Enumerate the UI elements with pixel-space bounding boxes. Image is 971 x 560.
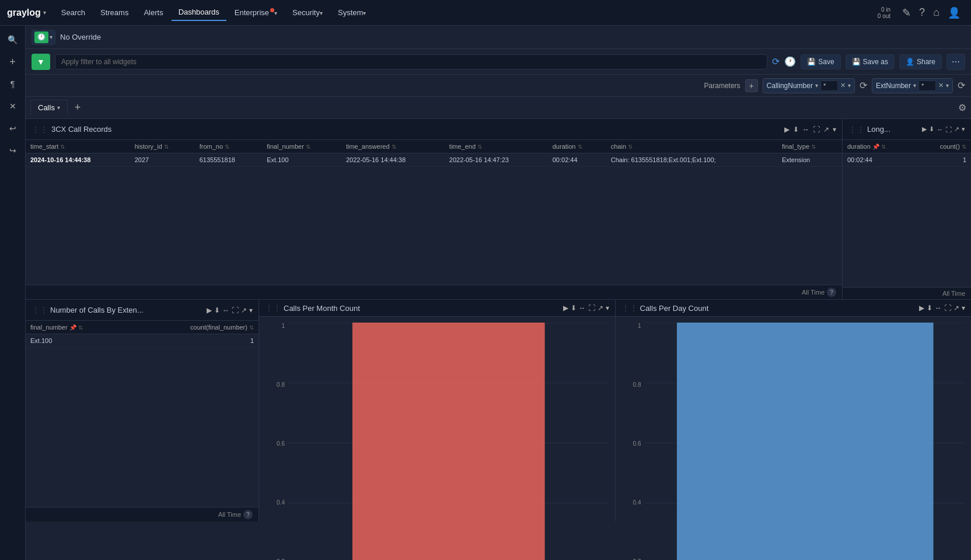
filter-history-icon[interactable]: 🕐 bbox=[784, 56, 796, 67]
save-as-button[interactable]: 💾 Save as bbox=[846, 54, 895, 69]
widget-per-day: ⋮⋮ Calls Per Day Count ▶ ⬇ ↔ ⛶ ↗ ▾ 1 0.8… bbox=[616, 300, 972, 522]
param2-dropdown-icon[interactable]: ▾ bbox=[913, 82, 916, 89]
footer-help-icon[interactable]: ? bbox=[827, 288, 836, 297]
filter-refresh-icon[interactable]: ⟳ bbox=[772, 56, 780, 67]
home-icon[interactable]: ⌂ bbox=[933, 6, 939, 19]
secondary-bar: 🕐 ▾ No Override bbox=[26, 26, 971, 49]
widget-day-fullscreen-icon[interactable]: ⛶ bbox=[944, 304, 951, 312]
widget-day-expand-icon[interactable]: ↔ bbox=[935, 304, 942, 312]
logo[interactable]: graylog ▾ bbox=[7, 8, 46, 18]
cell-ext-final: Ext.100 bbox=[26, 334, 132, 348]
cell-duration: 00:02:44 bbox=[548, 153, 606, 167]
widget-long-external-icon[interactable]: ↗ bbox=[954, 125, 959, 133]
no-override-label: No Override bbox=[60, 33, 101, 41]
param1-name: CallingNumber bbox=[767, 82, 813, 90]
widget-ext-external-icon[interactable]: ↗ bbox=[241, 306, 247, 314]
widget-more-icon[interactable]: ▾ bbox=[833, 125, 836, 134]
param2-x-icon[interactable]: ✕ bbox=[938, 82, 944, 89]
widget-ext-download-icon[interactable]: ⬇ bbox=[214, 306, 220, 314]
widget-long-expand-icon[interactable]: ↔ bbox=[937, 126, 943, 133]
widget-fullscreen-icon[interactable]: ⛶ bbox=[813, 125, 820, 134]
time-toggle[interactable]: 🕐 ▾ bbox=[32, 30, 55, 45]
col-duration: duration ⇅ bbox=[548, 140, 606, 153]
share-button[interactable]: 👤 Share bbox=[899, 54, 942, 69]
param2-refresh-icon[interactable]: ⟳ bbox=[958, 80, 965, 91]
widget-download-icon[interactable]: ⬇ bbox=[793, 125, 799, 134]
nav-streams[interactable]: Streams bbox=[93, 5, 135, 20]
save-as-icon: 💾 bbox=[852, 58, 861, 66]
param1-dropdown-icon[interactable]: ▾ bbox=[815, 82, 818, 89]
nav-security[interactable]: Security▾ bbox=[285, 5, 330, 20]
sidebar-plus-icon[interactable]: + bbox=[4, 52, 22, 71]
nav-enterprise[interactable]: Enterprise▾ bbox=[228, 5, 284, 20]
ext-footer-help-icon[interactable]: ? bbox=[243, 510, 253, 519]
filter-input[interactable] bbox=[55, 54, 767, 69]
sidebar-x-icon[interactable]: ✕ bbox=[4, 97, 22, 116]
widget-ext-more-icon[interactable]: ▾ bbox=[249, 306, 253, 314]
widget-ext-drag-icon: ⋮⋮ bbox=[32, 306, 48, 315]
widget-month-play-icon[interactable]: ▶ bbox=[563, 304, 568, 312]
add-tab-button[interactable]: + bbox=[70, 100, 85, 116]
save-button[interactable]: 💾 Save bbox=[801, 54, 840, 69]
param1-arrow-icon[interactable]: ▾ bbox=[848, 82, 851, 89]
widget-ext-expand-icon[interactable]: ↔ bbox=[222, 306, 229, 314]
widget-ext-play-icon[interactable]: ▶ bbox=[207, 306, 212, 314]
sidebar-paragraph-icon[interactable]: ¶ bbox=[4, 75, 22, 93]
dashboard-settings-icon[interactable]: ⚙ bbox=[958, 102, 966, 113]
filter-toggle-btn[interactable]: ▼ bbox=[32, 54, 50, 70]
col-final-type: final_type ⇅ bbox=[777, 140, 842, 153]
help-icon[interactable]: ? bbox=[919, 6, 925, 19]
widget-month-more-icon[interactable]: ▾ bbox=[606, 304, 609, 312]
widget-month-download-icon[interactable]: ⬇ bbox=[571, 304, 577, 312]
nav-search[interactable]: Search bbox=[54, 5, 92, 20]
param2-pill[interactable]: ExtNumber ▾ ✕ ▾ bbox=[872, 78, 953, 93]
widget-expand-icon[interactable]: ↔ bbox=[802, 125, 809, 134]
param-refresh-icon[interactable]: ⟳ bbox=[860, 80, 867, 91]
widget-month-fullscreen-icon[interactable]: ⛶ bbox=[588, 304, 595, 312]
widget-month-header: ⋮⋮ Calls Per Month Count ▶ ⬇ ↔ ⛶ ↗ ▾ bbox=[259, 300, 615, 317]
widget-long-more-icon[interactable]: ▾ bbox=[962, 125, 965, 133]
sidebar-undo-icon[interactable]: ↩ bbox=[4, 119, 22, 138]
edit-icon[interactable]: ✎ bbox=[902, 6, 911, 19]
cell-history-id: 2027 bbox=[130, 153, 195, 167]
tab-calls[interactable]: Calls ▾ bbox=[30, 100, 68, 116]
sidebar-search-icon[interactable]: 🔍 bbox=[4, 30, 22, 49]
param1-value[interactable] bbox=[820, 80, 838, 91]
widget-external-icon[interactable]: ↗ bbox=[823, 125, 829, 134]
sidebar: 🔍 + ¶ ✕ ↩ ↪ bbox=[0, 26, 26, 560]
logo-dropdown-icon[interactable]: ▾ bbox=[43, 9, 46, 16]
add-parameter-button[interactable]: + bbox=[745, 79, 758, 92]
widget-long-title: Long... bbox=[867, 125, 920, 134]
sidebar-redo-icon[interactable]: ↪ bbox=[4, 141, 22, 160]
more-button[interactable]: ⋯ bbox=[946, 54, 965, 70]
widget-month-expand-icon[interactable]: ↔ bbox=[579, 304, 586, 312]
tab-dropdown-icon[interactable]: ▾ bbox=[57, 104, 60, 111]
widget-3cx-table-scroll: time_start ⇅ history_id ⇅ from_no ⇅ fina… bbox=[26, 140, 842, 285]
widget-day-more-icon[interactable]: ▾ bbox=[962, 304, 965, 312]
param2-arrow-icon[interactable]: ▾ bbox=[946, 82, 949, 89]
table-row: Ext.100 1 bbox=[26, 334, 259, 348]
widget-ext-fullscreen-icon[interactable]: ⛶ bbox=[232, 306, 239, 314]
widget-long-fullscreen-icon[interactable]: ⛶ bbox=[945, 126, 952, 133]
nav-stats: 0 in 0 out bbox=[878, 6, 890, 19]
widget-long-play-icon[interactable]: ▶ bbox=[922, 125, 927, 133]
widget-day-play-icon[interactable]: ▶ bbox=[919, 304, 924, 312]
widget-play-icon[interactable]: ▶ bbox=[784, 125, 790, 134]
widget-day-chart: 1 0.8 0.6 0.4 0.2 0 bbox=[616, 317, 972, 560]
cell-final-number: Ext.100 bbox=[262, 153, 341, 167]
param2-value[interactable] bbox=[918, 80, 936, 91]
svg-rect-13 bbox=[676, 323, 933, 560]
widget-day-external-icon[interactable]: ↗ bbox=[953, 304, 959, 312]
param2-name: ExtNumber bbox=[876, 82, 911, 90]
widget-day-header: ⋮⋮ Calls Per Day Count ▶ ⬇ ↔ ⛶ ↗ ▾ bbox=[616, 300, 972, 317]
param1-pill[interactable]: CallingNumber ▾ ✕ ▾ bbox=[763, 78, 855, 93]
long-table: duration 📌 ⇅ count() ⇅ 00:02:44 1 bbox=[843, 140, 971, 167]
widget-month-external-icon[interactable]: ↗ bbox=[598, 304, 603, 312]
param1-x-icon[interactable]: ✕ bbox=[840, 82, 846, 89]
nav-alerts[interactable]: Alerts bbox=[137, 5, 170, 20]
user-icon[interactable]: 👤 bbox=[948, 6, 960, 19]
widget-long-download-icon[interactable]: ⬇ bbox=[929, 125, 934, 133]
nav-system[interactable]: System▾ bbox=[331, 5, 373, 20]
nav-dashboards[interactable]: Dashboards bbox=[172, 4, 226, 21]
widget-day-download-icon[interactable]: ⬇ bbox=[927, 304, 932, 312]
